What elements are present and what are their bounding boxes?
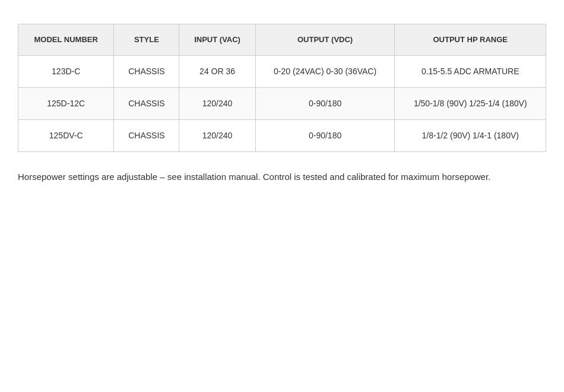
cell-output-vdc: 0-90/180	[255, 119, 395, 151]
col-header-output-vdc: OUTPUT (VDC)	[255, 24, 395, 56]
cell-style: CHASSIS	[114, 87, 179, 119]
cell-input: 120/240	[179, 87, 255, 119]
table-row: 123D-CCHASSIS24 OR 360-20 (24VAC) 0-30 (…	[18, 55, 546, 87]
cell-model: 125D-12C	[18, 87, 114, 119]
cell-style: CHASSIS	[114, 55, 179, 87]
cell-input: 120/240	[179, 119, 255, 151]
cell-style: CHASSIS	[114, 119, 179, 151]
col-header-input: INPUT (VAC)	[179, 24, 255, 56]
col-header-style: STYLE	[114, 24, 179, 56]
col-header-model: MODEL NUMBER	[18, 24, 114, 56]
cell-model: 125DV-C	[18, 119, 114, 151]
table-header-row: MODEL NUMBER STYLE INPUT (VAC) OUTPUT (V…	[18, 24, 546, 56]
table-row: 125D-12CCHASSIS120/2400-90/1801/50-1/8 (…	[18, 87, 546, 119]
product-table: MODEL NUMBER STYLE INPUT (VAC) OUTPUT (V…	[18, 24, 546, 152]
cell-output-vdc: 0-90/180	[255, 87, 395, 119]
product-table-container: MODEL NUMBER STYLE INPUT (VAC) OUTPUT (V…	[18, 24, 546, 152]
cell-output-vdc: 0-20 (24VAC) 0-30 (36VAC)	[255, 55, 395, 87]
cell-output-hp: 0.15-5.5 ADC ARMATURE	[395, 55, 546, 87]
table-row: 125DV-CCHASSIS120/2400-90/1801/8-1/2 (90…	[18, 119, 546, 151]
footnote-text: Horsepower settings are adjustable – see…	[18, 170, 540, 184]
cell-output-hp: 1/8-1/2 (90V) 1/4-1 (180V)	[395, 119, 546, 151]
col-header-output-hp: OUTPUT HP RANGE	[395, 24, 546, 56]
cell-output-hp: 1/50-1/8 (90V) 1/25-1/4 (180V)	[395, 87, 546, 119]
cell-model: 123D-C	[18, 55, 114, 87]
cell-input: 24 OR 36	[179, 55, 255, 87]
